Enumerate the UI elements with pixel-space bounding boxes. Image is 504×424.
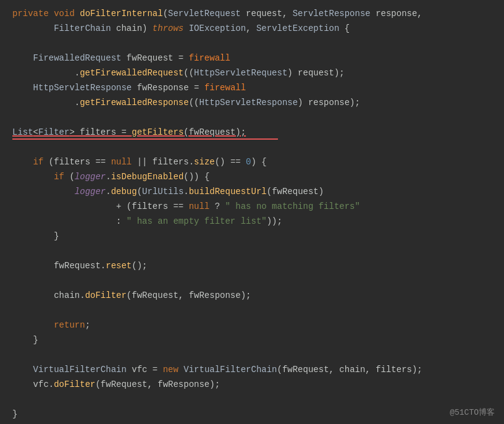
code-line-16: } <box>0 229 504 244</box>
line-text-4: FirewalledRequest fwRequest = firewall <box>0 51 230 65</box>
code-line-15: : " has an empty filter list")); <box>0 214 504 229</box>
line-text-20: chain.doFilter(fwRequest, fwResponse); <box>0 289 251 302</box>
code-line-3 <box>0 36 504 51</box>
code-line-27 <box>0 392 504 407</box>
line-text-6: HttpServletResponse fwResponse = firewal… <box>0 81 246 95</box>
code-line-25: VirtualFilterChain vfc = new VirtualFilt… <box>0 362 504 377</box>
line-text-23: } <box>0 333 38 347</box>
line-text-18: fwRequest.reset(); <box>0 259 147 273</box>
code-line-21 <box>0 303 504 318</box>
watermark: @51CTO博客 <box>450 407 495 418</box>
code-line-23: } <box>0 333 504 347</box>
code-line-17 <box>0 244 504 258</box>
line-text-14: + (filters == null ? " has no matching f… <box>0 200 360 213</box>
line-text-25: VirtualFilterChain vfc = new VirtualFilt… <box>0 363 422 376</box>
code-line-10 <box>0 140 504 155</box>
line-text-5: .getFirewalledRequest((HttpServletReques… <box>0 66 345 80</box>
line-text-15: : " has an empty filter list")); <box>0 214 282 228</box>
line-text-1: private void doFilterInternal(ServletReq… <box>0 7 422 20</box>
code-line-5: .getFirewalledRequest((HttpServletReques… <box>0 66 504 80</box>
line-text-22: return; <box>0 318 90 332</box>
code-line-4: FirewalledRequest fwRequest = firewall <box>0 51 504 66</box>
code-line-12: if (logger.isDebugEnabled()) { <box>0 169 504 184</box>
line-text-11: if (filters == null || filters.size() ==… <box>0 155 267 169</box>
code-line-24 <box>0 347 504 362</box>
code-editor: private void doFilterInternal(ServletReq… <box>0 0 504 424</box>
code-line-14: + (filters == null ? " has no matching f… <box>0 199 504 214</box>
line-text-26: vfc.doFilter(fwRequest, fwResponse); <box>0 378 220 391</box>
line-text-2: FilterChain chain) throws IOException, S… <box>0 22 350 35</box>
code-line-28: } <box>0 407 504 422</box>
code-line-8 <box>0 110 504 125</box>
code-line-20: chain.doFilter(fwRequest, fwResponse); <box>0 288 504 303</box>
line-text-12: if (logger.isDebugEnabled()) { <box>0 170 209 184</box>
code-line-7: .getFirewalledResponse((HttpServletRespo… <box>0 95 504 110</box>
line-text-9: List<Filter> filters = getFilters(fwRequ… <box>0 125 246 139</box>
code-line-22: return; <box>0 318 504 333</box>
code-line-19 <box>0 273 504 288</box>
code-line-11: if (filters == null || filters.size() ==… <box>0 155 504 169</box>
code-line-18: fwRequest.reset(); <box>0 258 504 273</box>
code-line-6: HttpServletResponse fwResponse = firewal… <box>0 80 504 95</box>
line-text-7: .getFirewalledResponse((HttpServletRespo… <box>0 96 360 109</box>
code-line-2: FilterChain chain) throws IOException, S… <box>0 21 504 36</box>
line-text-28: } <box>0 407 17 421</box>
code-line-1: private void doFilterInternal(ServletReq… <box>0 6 504 21</box>
code-line-26: vfc.doFilter(fwRequest, fwResponse); <box>0 377 504 392</box>
code-line-9: List<Filter> filters = getFilters(fwRequ… <box>0 125 504 140</box>
code-line-13: logger.debug(UrlUtils.buildRequestUrl(fw… <box>0 184 504 199</box>
line-text-16: } <box>0 229 59 243</box>
line-text-13: logger.debug(UrlUtils.buildRequestUrl(fw… <box>0 185 324 198</box>
